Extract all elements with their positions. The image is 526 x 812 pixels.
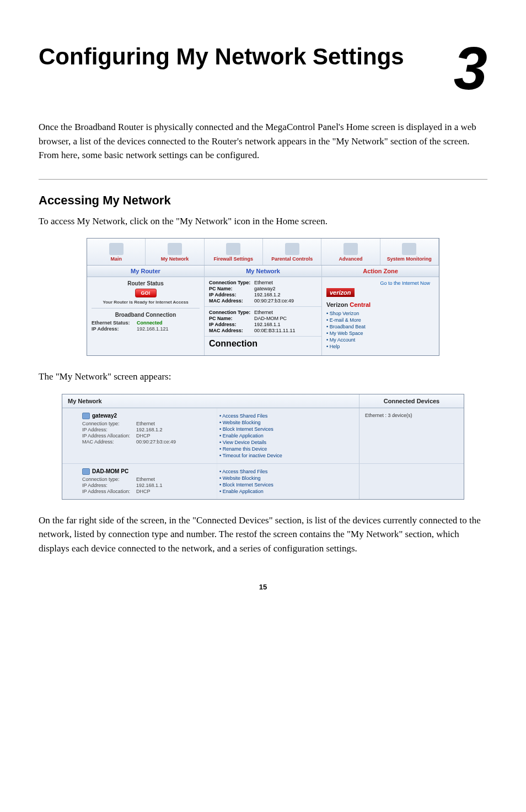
conn-type-key: Connection Type: — [209, 310, 254, 315]
alloc-key: IP Address Allocation: — [82, 489, 136, 494]
tab-advanced[interactable]: Advanced — [321, 239, 380, 265]
mac-value: 00:90:27:b3:ce:49 — [136, 439, 176, 445]
action-link-list: Shop Verizon E-mail & More Broadband Bea… — [326, 310, 434, 350]
vcentral-word2: Central — [350, 301, 371, 308]
action-link[interactable]: Website Blocking — [219, 475, 357, 481]
tab-parental[interactable]: Parental Controls — [263, 239, 321, 265]
column-header: My Network — [205, 266, 321, 277]
conn-type-value: Ethernet — [254, 280, 317, 285]
column-header: My Router — [87, 266, 204, 277]
parental-icon — [285, 243, 299, 255]
action-link[interactable]: Enable Application — [219, 432, 357, 439]
device-actions: Access Shared Files Website Blocking Blo… — [217, 464, 359, 499]
ip-key: IP Address: — [209, 292, 254, 297]
tab-label: Advanced — [339, 256, 362, 262]
connected-devices-panel-empty — [359, 464, 464, 499]
device-actions: Access Shared Files Website Blocking Blo… — [217, 408, 359, 463]
action-link[interactable]: Block Internet Services — [219, 426, 357, 432]
ct-key: Connection type: — [82, 421, 136, 426]
ip-value: 192.168.1.2 — [254, 292, 317, 297]
connected-devices-panel: Ethernet : 3 device(s) — [359, 408, 464, 463]
section-divider — [39, 179, 487, 180]
alloc-key: IP Address Allocation: — [82, 433, 136, 439]
verizon-logo: verizon — [326, 288, 355, 297]
chapter-title: Configuring My Network Settings — [39, 44, 437, 69]
my-network-column: My Network Connection Type:Ethernet PC N… — [205, 266, 322, 355]
ip-value: 192.168.1.1 — [254, 322, 317, 327]
conn-type-key: Connection Type: — [209, 280, 254, 285]
action-link[interactable]: My Account — [326, 337, 434, 343]
tab-system-monitoring[interactable]: System Monitoring — [380, 239, 439, 265]
intro-paragraph: Once the Broadband Router is physically … — [39, 120, 487, 163]
goto-internet-link[interactable]: Go to the Internet Now — [326, 280, 434, 286]
ct-key: Connection type: — [82, 477, 136, 482]
router-status-label: Router Status — [92, 280, 200, 286]
connected-eth-line: Ethernet : 3 device(s) — [365, 413, 412, 418]
action-link[interactable]: View Device Details — [219, 439, 357, 446]
ip-value: 192.168.1.1 — [136, 483, 163, 488]
action-link[interactable]: Access Shared Files — [219, 413, 357, 419]
tab-firewall[interactable]: Firewall Settings — [205, 239, 263, 265]
pcname-key: PC Name: — [209, 286, 254, 291]
tab-label: System Monitoring — [387, 256, 432, 262]
main-icon — [109, 243, 124, 255]
ip-key: IP Address: — [209, 322, 254, 327]
eth-status-key: Ethernet Status: — [92, 320, 137, 326]
body-para-2: The "My Network" screen appears: — [39, 370, 487, 384]
body-para-1: To access My Network, click on the "My N… — [39, 214, 487, 229]
my-network-title: My Network — [62, 394, 359, 408]
my-router-column: My Router Router Status GO! Your Router … — [87, 266, 205, 355]
tab-label: My Network — [161, 256, 189, 262]
firewall-icon — [226, 243, 240, 255]
alloc-value: DHCP — [136, 489, 151, 494]
mac-key: MAC Address: — [209, 298, 254, 304]
device-row: gateway2 Connection type:Ethernet IP Add… — [62, 408, 464, 464]
column-header: Action Zone — [322, 266, 439, 277]
alloc-value: DHCP — [136, 433, 151, 439]
action-zone-column: Action Zone Go to the Internet Now veriz… — [322, 266, 439, 355]
ip-value: 192.168.1.2 — [136, 427, 163, 432]
action-link[interactable]: Block Internet Services — [219, 481, 357, 488]
tab-label: Main — [110, 256, 122, 262]
connection-label: Connection — [205, 337, 321, 351]
tab-my-network[interactable]: My Network — [146, 239, 204, 265]
ct-value: Ethernet — [136, 477, 155, 482]
action-link[interactable]: E-mail & More — [326, 317, 434, 323]
action-link[interactable]: Shop Verizon — [326, 310, 434, 317]
action-link[interactable]: Website Blocking — [219, 419, 357, 426]
action-link[interactable]: Access Shared Files — [219, 468, 357, 475]
advanced-icon — [343, 243, 358, 255]
ip-key: IP Address: — [82, 483, 136, 488]
mac-value: 00:90:27:b3:ce:49 — [254, 298, 317, 304]
ip-key: IP Address: — [92, 326, 137, 332]
broadband-title: Broadband Connection — [92, 312, 200, 318]
mac-key: MAC Address: — [209, 328, 254, 333]
action-link[interactable]: Help — [326, 343, 434, 350]
action-link[interactable]: Enable Application — [219, 488, 357, 495]
action-link[interactable]: Timeout for inactive Device — [219, 452, 357, 459]
eth-status-value: Connected — [137, 320, 200, 326]
chapter-header: Configuring My Network Settings 3 — [39, 44, 487, 93]
router-ready-label: Your Router is Ready for Internet Access — [92, 300, 200, 305]
pcname-value: gateway2 — [254, 286, 317, 291]
nav-tabs: Main My Network Firewall Settings Parent… — [87, 239, 439, 266]
screenshot-home-screen: Main My Network Firewall Settings Parent… — [87, 238, 439, 356]
tab-label: Firewall Settings — [214, 256, 254, 262]
pc-icon — [82, 413, 90, 419]
mac-value: 00:0E:B3:11.11.11 — [254, 328, 317, 333]
device-name: DAD-MOM PC — [92, 468, 128, 474]
vcentral-word1: Verizon — [326, 301, 348, 308]
tab-label: Parental Controls — [271, 256, 313, 262]
network-icon — [168, 243, 182, 255]
tab-main[interactable]: Main — [87, 239, 146, 265]
device-name: gateway2 — [92, 413, 117, 419]
monitoring-icon — [402, 243, 416, 255]
page-number: 15 — [39, 583, 487, 591]
mac-key: MAC Address: — [82, 439, 136, 445]
action-link[interactable]: My Web Space — [326, 330, 434, 337]
go-button[interactable]: GO! — [135, 289, 157, 297]
connected-devices-title: Connected Devices — [359, 394, 464, 408]
section-heading: Accessing My Network — [39, 193, 487, 208]
action-link[interactable]: Broadband Beat — [326, 323, 434, 330]
action-link[interactable]: Rename this Device — [219, 446, 357, 452]
